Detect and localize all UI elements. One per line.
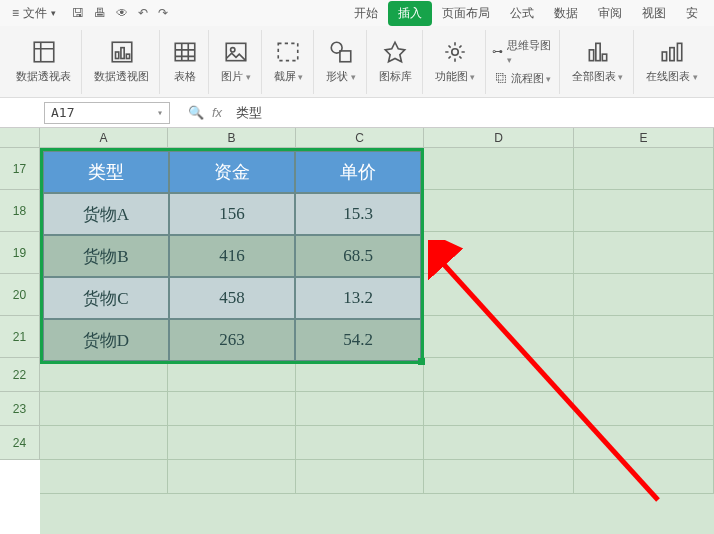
- cell-fund[interactable]: 458: [169, 277, 295, 319]
- cell-fund[interactable]: 416: [169, 235, 295, 277]
- col-header-a[interactable]: A: [40, 128, 168, 148]
- screenshot-icon: [275, 39, 301, 65]
- tab-start[interactable]: 开始: [344, 1, 388, 26]
- fill-handle[interactable]: [418, 358, 425, 365]
- pivot-table-label: 数据透视表: [16, 69, 71, 84]
- redo-icon[interactable]: ↷: [158, 6, 168, 20]
- col-header-c[interactable]: C: [296, 128, 424, 148]
- icon-lib-icon: [382, 39, 408, 65]
- cell-price[interactable]: 54.2: [295, 319, 421, 361]
- name-box-value: A17: [51, 105, 74, 120]
- screenshot-button[interactable]: 截屏: [264, 30, 315, 94]
- select-all-corner[interactable]: [0, 128, 40, 148]
- svg-point-11: [452, 49, 459, 56]
- cell-type[interactable]: 货物D: [43, 319, 169, 361]
- shapes-button[interactable]: 形状: [316, 30, 367, 94]
- icon-lib-label: 图标库: [379, 69, 412, 84]
- menu-icon: ≡: [12, 6, 19, 20]
- col-header-e[interactable]: E: [574, 128, 714, 148]
- all-charts-button[interactable]: 全部图表: [562, 30, 635, 94]
- screenshot-label: 截屏: [274, 69, 304, 84]
- shapes-label: 形状: [326, 69, 356, 84]
- col-header-b[interactable]: B: [168, 128, 296, 148]
- ribbon-tabs: 开始 插入 页面布局 公式 数据 审阅 视图 安: [344, 1, 708, 26]
- tab-data[interactable]: 数据: [544, 1, 588, 26]
- svg-point-7: [230, 48, 234, 52]
- online-chart-button[interactable]: 在线图表: [636, 30, 708, 94]
- picture-button[interactable]: 图片: [211, 30, 262, 94]
- row-header[interactable]: 23: [0, 392, 40, 426]
- print-preview-icon[interactable]: 👁: [116, 6, 128, 20]
- row-headers: 17 18 19 20 21 22 23 24: [0, 148, 40, 460]
- svg-rect-4: [126, 54, 129, 58]
- cell-fund[interactable]: 156: [169, 193, 295, 235]
- flowchart-label: 流程图: [511, 71, 552, 86]
- flowchart-button[interactable]: ⿻流程图: [496, 71, 552, 86]
- cell-type[interactable]: 货物C: [43, 277, 169, 319]
- row-header[interactable]: 20: [0, 274, 40, 316]
- icon-library-button[interactable]: 图标库: [369, 30, 423, 94]
- svg-rect-13: [596, 43, 600, 60]
- svg-rect-3: [120, 48, 123, 59]
- pivot-table-button[interactable]: 数据透视表: [6, 30, 82, 94]
- svg-rect-14: [602, 54, 606, 60]
- diagram-group: ⊶思维导图 ⿻流程图: [488, 30, 560, 94]
- mindmap-button[interactable]: ⊶思维导图: [492, 38, 555, 65]
- tab-insert[interactable]: 插入: [388, 1, 432, 26]
- row-header[interactable]: 17: [0, 148, 40, 190]
- svg-rect-15: [662, 52, 666, 61]
- pivot-table-icon: [31, 39, 57, 65]
- fx-icons: 🔍 fx: [188, 105, 222, 120]
- online-chart-icon: [659, 39, 685, 65]
- tab-layout[interactable]: 页面布局: [432, 1, 500, 26]
- svg-rect-2: [115, 52, 118, 59]
- spreadsheet-grid[interactable]: A B C D E 17 18 19 20 21 22 23 24 类型 资金 …: [0, 128, 714, 534]
- zoom-icon[interactable]: 🔍: [188, 105, 204, 120]
- cell-header-price[interactable]: 单价: [295, 151, 421, 193]
- file-menu-label: 文件: [23, 5, 47, 22]
- cell-header-type[interactable]: 类型: [43, 151, 169, 193]
- svg-rect-5: [175, 43, 195, 60]
- tab-more[interactable]: 安: [676, 1, 708, 26]
- row-header[interactable]: 24: [0, 426, 40, 460]
- print-icon[interactable]: 🖶: [94, 6, 106, 20]
- cell-price[interactable]: 15.3: [295, 193, 421, 235]
- row-header[interactable]: 21: [0, 316, 40, 358]
- picture-label: 图片: [221, 69, 251, 84]
- cell-header-fund[interactable]: 资金: [169, 151, 295, 193]
- feature-chart-icon: [442, 39, 468, 65]
- col-header-d[interactable]: D: [424, 128, 574, 148]
- feature-chart-button[interactable]: 功能图: [425, 30, 487, 94]
- feature-chart-label: 功能图: [435, 69, 476, 84]
- cell-fund[interactable]: 263: [169, 319, 295, 361]
- tab-view[interactable]: 视图: [632, 1, 676, 26]
- chevron-down-icon: ▾: [51, 8, 56, 18]
- file-menu-button[interactable]: ≡ 文件 ▾: [6, 3, 62, 24]
- formula-input[interactable]: [230, 102, 714, 124]
- table-button[interactable]: 表格: [162, 30, 209, 94]
- shapes-icon: [328, 39, 354, 65]
- all-charts-icon: [585, 39, 611, 65]
- save-icon[interactable]: 🖫: [72, 6, 84, 20]
- table-row: 货物D 263 54.2: [43, 319, 421, 361]
- svg-rect-16: [670, 48, 674, 61]
- pivot-chart-button[interactable]: 数据透视图: [84, 30, 160, 94]
- mindmap-label: 思维导图: [507, 38, 555, 65]
- picture-icon: [223, 39, 249, 65]
- name-box[interactable]: A17: [44, 102, 170, 124]
- undo-icon[interactable]: ↶: [138, 6, 148, 20]
- selected-range: 类型 资金 单价 货物A 156 15.3 货物B 416 68.5 货物C 4…: [40, 148, 424, 364]
- tab-formula[interactable]: 公式: [500, 1, 544, 26]
- fx-icon[interactable]: fx: [212, 105, 222, 120]
- flowchart-icon: ⿻: [496, 72, 507, 84]
- cell-price[interactable]: 13.2: [295, 277, 421, 319]
- row-header[interactable]: 19: [0, 232, 40, 274]
- cell-type[interactable]: 货物B: [43, 235, 169, 277]
- cell-price[interactable]: 68.5: [295, 235, 421, 277]
- tab-review[interactable]: 审阅: [588, 1, 632, 26]
- row-header[interactable]: 22: [0, 358, 40, 392]
- pivot-chart-icon: [109, 39, 135, 65]
- row-header[interactable]: 18: [0, 190, 40, 232]
- cell-type[interactable]: 货物A: [43, 193, 169, 235]
- svg-rect-8: [279, 43, 299, 60]
